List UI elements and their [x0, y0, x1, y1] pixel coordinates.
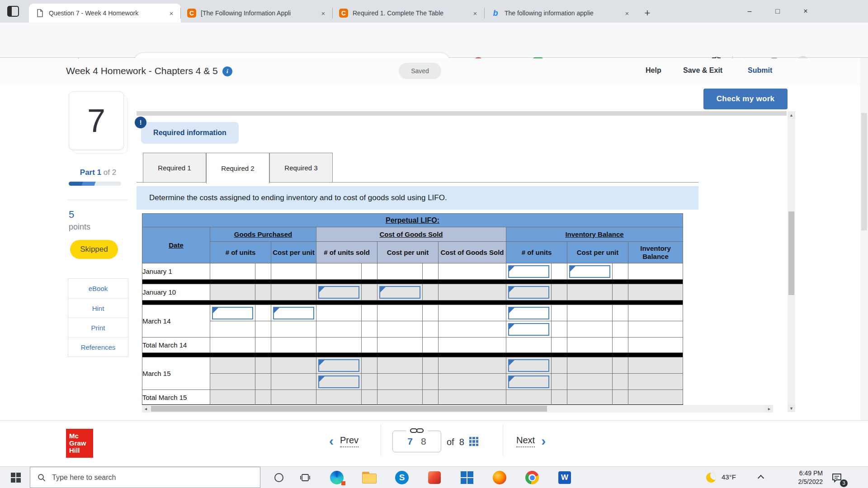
- chrome-taskbar-button[interactable]: [524, 469, 541, 486]
- taskbar-search-input[interactable]: Type here to search: [30, 467, 260, 488]
- chevron-up-icon[interactable]: [758, 475, 764, 481]
- next-page-value[interactable]: 8: [421, 436, 426, 447]
- current-page: 7: [407, 436, 413, 447]
- sidebar-link-print[interactable]: Print: [68, 318, 128, 337]
- cell-cs_units: [316, 305, 362, 321]
- sidebar-link-references[interactable]: References: [68, 337, 128, 357]
- cortana-icon[interactable]: [270, 469, 288, 486]
- check-my-work-button[interactable]: Check my work: [703, 89, 788, 109]
- window-vscroll-thumb[interactable]: [861, 113, 867, 230]
- table-cell: [423, 338, 439, 353]
- sub-header: Cost per unit: [567, 242, 628, 263]
- input-cell-ib_units[interactable]: [508, 286, 549, 299]
- info-icon[interactable]: i: [222, 66, 232, 76]
- page-grid-icon[interactable]: [469, 437, 478, 446]
- browser-tab[interactable]: bThe following information applie×: [485, 4, 637, 23]
- skype-taskbar-button[interactable]: S: [393, 469, 410, 486]
- sub-header: # of units: [506, 242, 567, 263]
- table-cell: [628, 390, 683, 405]
- microsoft-store-taskbar-button[interactable]: [458, 469, 476, 486]
- word-icon: W: [558, 471, 571, 484]
- cell-ib_balance: [628, 357, 683, 374]
- cell-sp1: [255, 263, 271, 280]
- table-cell: [362, 390, 377, 405]
- input-cell-gp_units[interactable]: [212, 307, 253, 319]
- office-taskbar-button[interactable]: [426, 469, 443, 486]
- table-cell: [316, 338, 362, 353]
- table-cell: [255, 338, 271, 353]
- cell-cs_total: [439, 357, 506, 374]
- cell-sp1: [255, 321, 271, 338]
- tab-required-3[interactable]: Required 3: [269, 153, 333, 183]
- content-hscroll-left[interactable]: ◄: [142, 405, 150, 413]
- edge-taskbar-button[interactable]: [328, 469, 345, 486]
- input-cell-gp_cost[interactable]: [273, 307, 314, 319]
- next-button[interactable]: Next ›: [516, 433, 546, 449]
- input-cell-cs_cost[interactable]: [379, 286, 420, 299]
- input-cell-cs_units[interactable]: [318, 375, 359, 388]
- content-vscroll-down[interactable]: ▼: [788, 404, 795, 412]
- cell-sp4: [552, 321, 567, 338]
- table-cell: [423, 390, 439, 405]
- file-explorer-taskbar-button[interactable]: [361, 469, 378, 486]
- date-label: 2/5/2022: [781, 478, 823, 486]
- close-button[interactable]: ×: [792, 0, 820, 23]
- cell-cs_total: [439, 321, 506, 338]
- table-title: Perpetual LIFO:: [142, 214, 683, 227]
- content-hscroll-right[interactable]: ►: [765, 405, 773, 413]
- input-cell-ib_units[interactable]: [508, 359, 549, 372]
- date-label: March 15: [142, 357, 210, 390]
- cell-ib_balance: [628, 263, 683, 280]
- browser-tab[interactable]: C[The Following Information Appli×: [181, 4, 333, 23]
- help-button[interactable]: Help: [646, 66, 661, 75]
- save-exit-button[interactable]: Save & Exit: [683, 66, 722, 75]
- tab-close-icon[interactable]: ×: [622, 8, 632, 18]
- input-cell-ib_units[interactable]: [508, 307, 549, 319]
- tab-actions-icon[interactable]: [7, 6, 19, 17]
- cell-gp_units: [210, 357, 255, 374]
- office-icon: [428, 471, 441, 484]
- input-cell-ib_units[interactable]: [508, 323, 549, 336]
- sidebar-link-hint[interactable]: Hint: [68, 298, 128, 318]
- cell-cs_cost: [377, 357, 423, 374]
- prev-button[interactable]: ‹ Prev: [329, 433, 359, 449]
- content-vscroll-up[interactable]: ▲: [788, 111, 795, 119]
- input-cell-ib_cost[interactable]: [569, 265, 610, 278]
- content-hscroll-thumb[interactable]: [151, 406, 547, 412]
- weather-moon-icon[interactable]: [703, 469, 720, 486]
- tab-close-icon[interactable]: ×: [318, 8, 328, 18]
- table-cell: [210, 338, 255, 353]
- column-header-date: Date: [142, 227, 210, 263]
- input-cell-cs_units[interactable]: [318, 286, 359, 299]
- total-label: Total March 15: [142, 390, 210, 405]
- browser-tab[interactable]: Question 7 - Week 4 Homework×: [29, 4, 181, 23]
- browser-tab[interactable]: CRequired 1. Complete The Table×: [333, 4, 485, 23]
- search-icon: [38, 474, 46, 482]
- tab-close-icon[interactable]: ×: [166, 8, 176, 18]
- taskbar-clock[interactable]: 6:49 PM 2/5/2022: [781, 469, 823, 486]
- temperature-label[interactable]: 43°F: [722, 473, 736, 481]
- start-button[interactable]: [7, 469, 24, 486]
- word-taskbar-button[interactable]: W: [556, 469, 573, 486]
- task-view-icon[interactable]: [297, 469, 314, 486]
- input-cell-cs_units[interactable]: [318, 359, 359, 372]
- firefox-taskbar-button[interactable]: [491, 469, 508, 486]
- input-cell-ib_units[interactable]: [508, 265, 549, 278]
- maximize-button[interactable]: □: [764, 0, 792, 23]
- date-label: January 1: [142, 263, 210, 280]
- part-progress-bar: [69, 182, 121, 186]
- question-number-card: 7: [69, 91, 124, 150]
- minimize-button[interactable]: –: [736, 0, 764, 23]
- new-tab-button[interactable]: +: [640, 5, 655, 21]
- tab-required-2[interactable]: Required 2: [206, 153, 269, 183]
- content-vscroll-thumb[interactable]: [788, 211, 794, 295]
- cell-sp1: [255, 284, 271, 300]
- tab-required-1[interactable]: Required 1: [143, 153, 206, 183]
- submit-button[interactable]: Submit: [748, 66, 772, 75]
- cell-sp3: [423, 321, 439, 338]
- content-top-scrollbar[interactable]: [137, 111, 787, 116]
- sidebar-link-ebook[interactable]: eBook: [68, 279, 128, 298]
- pager-divider: [381, 424, 381, 456]
- tab-close-icon[interactable]: ×: [470, 8, 480, 18]
- input-cell-ib_units[interactable]: [508, 375, 549, 388]
